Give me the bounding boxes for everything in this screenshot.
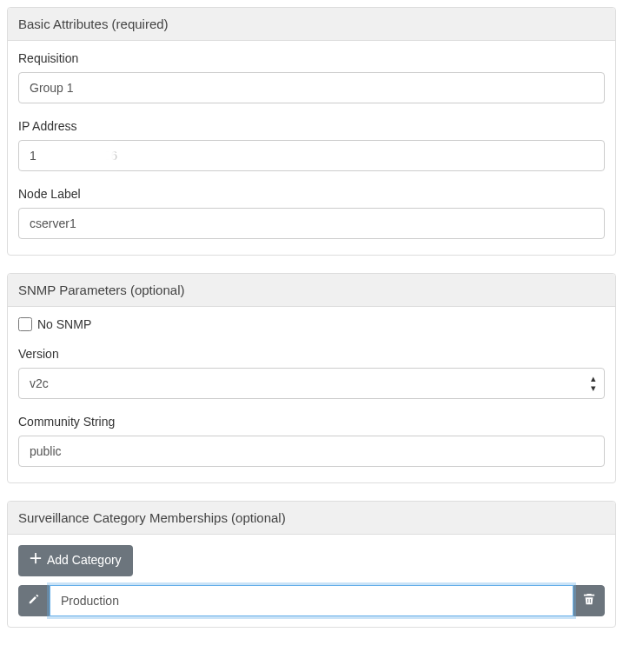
ip-address-group: IP Address <box>18 119 605 171</box>
add-category-label: Add Category <box>47 552 122 569</box>
version-label: Version <box>18 347 605 361</box>
requisition-label: Requisition <box>18 51 605 65</box>
trash-icon <box>583 593 595 608</box>
basic-attributes-body: Requisition IP Address Node Label <box>8 41 615 255</box>
pencil-icon <box>28 593 40 608</box>
delete-category-button[interactable] <box>573 585 605 616</box>
community-string-group: Community String <box>18 415 605 467</box>
basic-attributes-panel: Basic Attributes (required) Requisition … <box>7 7 616 256</box>
snmp-parameters-panel: SNMP Parameters (optional) No SNMP Versi… <box>7 273 616 483</box>
community-string-label: Community String <box>18 415 605 429</box>
category-row <box>18 585 605 616</box>
surveillance-category-heading: Surveillance Category Memberships (optio… <box>8 502 615 535</box>
no-snmp-checkbox[interactable] <box>18 317 32 331</box>
requisition-input[interactable] <box>18 72 605 103</box>
community-string-input[interactable] <box>18 436 605 467</box>
snmp-parameters-heading: SNMP Parameters (optional) <box>8 274 615 307</box>
category-input[interactable] <box>50 585 573 616</box>
no-snmp-label: No SNMP <box>37 317 91 331</box>
add-category-button[interactable]: Add Category <box>18 545 133 576</box>
surveillance-category-panel: Surveillance Category Memberships (optio… <box>7 501 616 628</box>
edit-category-button[interactable] <box>18 585 50 616</box>
snmp-parameters-body: No SNMP Version v2c ▴▾ Community String <box>8 307 615 482</box>
surveillance-category-body: Add Category <box>8 535 615 627</box>
version-select[interactable]: v2c <box>18 368 605 399</box>
node-label-label: Node Label <box>18 187 605 201</box>
version-group: Version v2c ▴▾ <box>18 347 605 399</box>
plus-icon <box>30 552 42 569</box>
node-label-group: Node Label <box>18 187 605 239</box>
node-label-input[interactable] <box>18 208 605 239</box>
ip-address-label: IP Address <box>18 119 605 133</box>
no-snmp-row: No SNMP <box>18 317 605 331</box>
ip-address-input[interactable] <box>18 140 605 171</box>
requisition-group: Requisition <box>18 51 605 103</box>
basic-attributes-heading: Basic Attributes (required) <box>8 8 615 41</box>
